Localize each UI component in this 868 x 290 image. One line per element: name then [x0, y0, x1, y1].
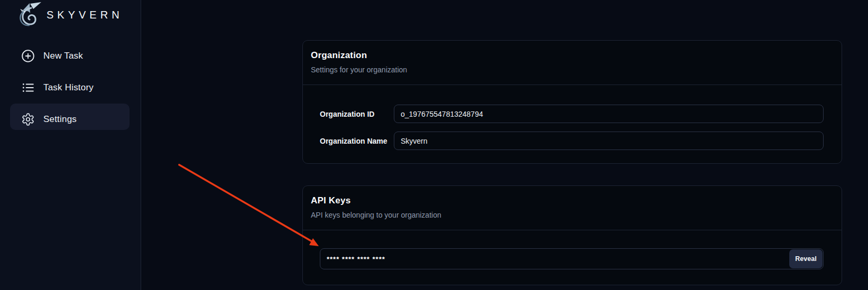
organization-card-header: Organization Settings for your organizat…	[303, 41, 842, 85]
sidebar-item-new-task[interactable]: New Task	[21, 49, 83, 63]
api-key-field[interactable]	[320, 248, 824, 269]
api-keys-card-header: API Keys API keys belonging to your orga…	[303, 186, 842, 230]
reveal-button[interactable]: Reveal	[789, 249, 823, 268]
annotation-arrow-line	[179, 165, 312, 241]
list-icon	[21, 81, 35, 95]
sidebar-item-label: Task History	[43, 82, 94, 93]
api-keys-card-title: API Keys	[311, 195, 833, 206]
organization-id-label: Organization ID	[320, 110, 374, 118]
sidebar-item-label: New Task	[43, 51, 83, 61]
organization-name-label: Organization Name	[320, 137, 387, 145]
api-keys-card: API Keys API keys belonging to your orga…	[302, 185, 842, 285]
api-key-row: Reveal	[320, 248, 824, 269]
organization-card-title: Organization	[311, 50, 833, 61]
sidebar-item-task-history[interactable]: Task History	[21, 81, 94, 95]
plus-circle-icon	[21, 49, 35, 63]
sidebar-item-label: Settings	[43, 114, 77, 125]
organization-name-field[interactable]	[394, 132, 824, 150]
brand-logo[interactable]: SKYVERN	[14, 1, 123, 29]
dragon-logo-icon	[14, 2, 43, 28]
brand-name: SKYVERN	[47, 9, 123, 21]
organization-id-field[interactable]	[394, 105, 824, 123]
sidebar-item-settings[interactable]: Settings	[21, 113, 77, 126]
organization-card-subtitle: Settings for your organization	[311, 66, 833, 74]
organization-card: Organization Settings for your organizat…	[302, 40, 842, 164]
gear-icon	[21, 113, 35, 126]
api-keys-card-subtitle: API keys belonging to your organization	[311, 211, 833, 219]
sidebar: SKYVERN New Task Task History Settings	[0, 0, 141, 290]
